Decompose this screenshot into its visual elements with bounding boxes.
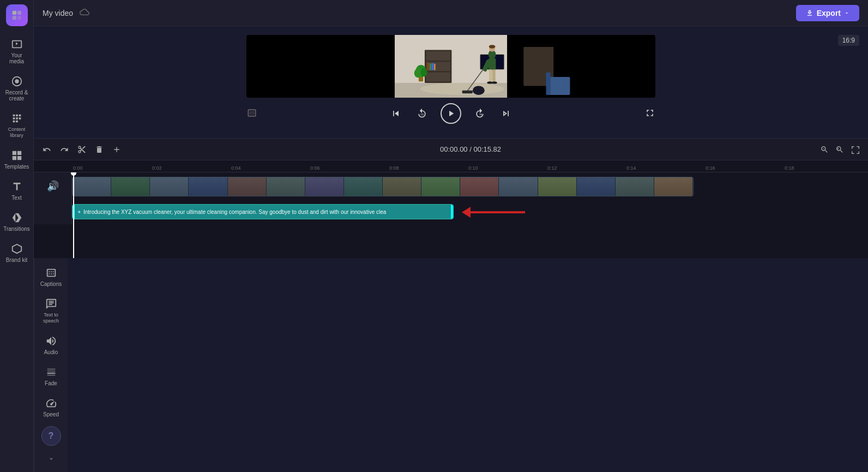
rewind-5-button[interactable] <box>414 106 430 121</box>
left-sidebar: Your media Record & create Content libra… <box>0 0 34 472</box>
sidebar-item-fade[interactable]: Fade <box>36 362 67 391</box>
svg-rect-13 <box>430 63 431 70</box>
upload-icon <box>806 9 813 17</box>
project-title: My video <box>43 9 73 17</box>
help-button[interactable]: ? <box>41 426 61 446</box>
svg-rect-9 <box>426 51 450 60</box>
sidebar-item-text-to-speech[interactable]: Text to speech <box>36 294 67 328</box>
tts-icon <box>45 298 57 310</box>
tracks-area: 🔊 <box>34 172 868 258</box>
svg-point-34 <box>473 86 485 94</box>
editor-area: 16:9 <box>34 26 868 138</box>
svg-rect-33 <box>462 91 473 93</box>
export-button[interactable]: Export <box>796 5 859 21</box>
caption-toggle-button[interactable] <box>246 107 257 120</box>
captions-icon <box>45 267 57 279</box>
cut-button[interactable] <box>75 143 88 156</box>
svg-rect-14 <box>432 63 434 70</box>
sidebar-label-templates: Templates <box>4 164 29 170</box>
arrow-head <box>462 207 471 218</box>
fullscreen-button[interactable] <box>644 107 655 120</box>
video-track-strip[interactable] <box>72 177 694 196</box>
sidebar-item-templates[interactable]: Templates <box>2 145 32 174</box>
right-sidebar: Captions Text to speech Audio Fade Speed… <box>34 258 68 472</box>
caption-track-row: ✦ Introducing the XYZ vacuum cleaner, yo… <box>34 200 868 224</box>
timeline-ruler: 0:00 0:02 0:04 0:06 0:08 0:10 0:12 0:14 … <box>34 160 868 172</box>
sidebar-item-content-library[interactable]: Content library <box>2 108 32 143</box>
sidebar-label-transitions: Transitions <box>3 226 30 232</box>
timeline-section: 00:00.00 / 00:15.82 <box>34 138 868 258</box>
svg-rect-12 <box>427 63 429 70</box>
skip-back-button[interactable] <box>388 106 403 121</box>
sidebar-label-record: Record & create <box>4 89 30 101</box>
caption-right-handle[interactable] <box>451 205 453 219</box>
scroll-indicator <box>45 452 58 468</box>
sidebar-item-your-media[interactable]: Your media <box>2 34 32 69</box>
caption-track-text: Introducing the XYZ vacuum cleaner, your… <box>83 209 386 215</box>
redo-button[interactable] <box>58 143 71 156</box>
library-icon <box>11 112 23 124</box>
fade-icon <box>45 366 57 378</box>
zoom-out-button[interactable] <box>818 143 831 156</box>
export-label: Export <box>817 9 841 17</box>
audio-icon <box>45 335 57 347</box>
svg-rect-22 <box>546 73 550 95</box>
svg-point-7 <box>420 83 504 95</box>
add-to-timeline-button[interactable] <box>110 143 123 156</box>
play-button[interactable] <box>441 103 461 124</box>
svg-rect-30 <box>492 69 495 81</box>
time-display: 00:00.00 / 00:15.82 <box>440 145 501 153</box>
svg-point-19 <box>420 68 427 76</box>
forward-5-button[interactable] <box>472 106 487 121</box>
delete-button[interactable] <box>93 143 106 156</box>
video-track-row: 🔊 <box>34 172 868 200</box>
svg-rect-29 <box>489 69 492 81</box>
sidebar-label-tts: Text to speech <box>38 312 64 324</box>
sidebar-label-audio: Audio <box>44 349 58 355</box>
svg-point-27 <box>489 45 496 49</box>
sidebar-item-brand-kit[interactable]: Brand kit <box>2 238 32 267</box>
app-logo[interactable] <box>6 4 28 26</box>
video-thumbnails <box>73 177 693 196</box>
aspect-ratio-badge: 16:9 <box>838 35 859 46</box>
sidebar-item-transitions[interactable]: Transitions <box>2 207 32 236</box>
arrow-shaft <box>471 211 525 213</box>
text-icon <box>11 181 23 193</box>
sidebar-item-text[interactable]: Text <box>2 176 32 205</box>
video-track-header: 🔊 <box>34 172 72 200</box>
caption-track-strip[interactable]: ✦ Introducing the XYZ vacuum cleaner, yo… <box>72 204 454 219</box>
svg-point-18 <box>414 69 422 77</box>
sidebar-label-brand-kit: Brand kit <box>6 257 27 263</box>
caption-track-header <box>34 200 72 224</box>
chevron-down-icon <box>844 10 849 16</box>
skip-forward-button[interactable] <box>498 106 514 121</box>
record-icon <box>11 75 23 87</box>
magic-caption-icon: ✦ <box>77 209 81 215</box>
undo-button[interactable] <box>40 143 53 156</box>
video-track-content <box>72 172 868 200</box>
arrow-annotation <box>462 207 525 218</box>
svg-rect-2 <box>12 16 16 20</box>
brand-icon <box>11 243 23 255</box>
sidebar-item-captions[interactable]: Captions <box>36 262 67 291</box>
svg-rect-21 <box>547 77 570 95</box>
video-preview <box>246 35 655 98</box>
zoom-in-button[interactable] <box>833 143 846 156</box>
timeline-body: 0:00 0:02 0:04 0:06 0:08 0:10 0:12 0:14 … <box>34 160 868 258</box>
video-track-icon: 🔊 <box>47 180 59 192</box>
caption-left-handle[interactable] <box>73 205 75 219</box>
svg-rect-3 <box>17 16 21 20</box>
sidebar-item-speed[interactable]: Speed <box>36 393 67 422</box>
sidebar-label-content-library: Content library <box>4 127 30 139</box>
sidebar-item-record[interactable]: Record & create <box>2 71 32 106</box>
cloud-save-icon <box>80 7 89 19</box>
svg-point-4 <box>15 79 19 83</box>
video-scene <box>246 35 655 98</box>
sidebar-item-audio[interactable]: Audio <box>36 331 67 360</box>
svg-rect-11 <box>426 73 450 81</box>
transitions-icon <box>11 212 23 224</box>
sidebar-label-text: Text <box>11 195 21 201</box>
sidebar-label-speed: Speed <box>43 411 59 417</box>
fit-to-window-button[interactable] <box>848 143 861 156</box>
sidebar-label-fade: Fade <box>45 380 57 386</box>
